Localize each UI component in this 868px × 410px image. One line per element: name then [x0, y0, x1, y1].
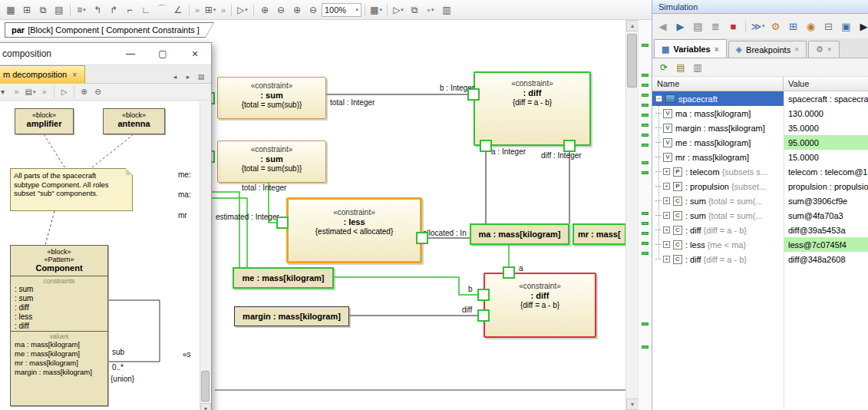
rectilinear-line-icon[interactable]: ⌐ [122, 2, 137, 17]
nav-forward-icon[interactable]: ▸ [183, 71, 193, 83]
constraint-item[interactable]: : less [11, 312, 107, 322]
table-row[interactable]: +C: diff{diff = a - b}diff@348a2608 [652, 252, 868, 266]
table-icon[interactable]: ⊞▾ [203, 2, 218, 17]
scrollbar-thumb[interactable] [627, 34, 637, 88]
row-name-cell[interactable]: Vmargin : mass[kilogram] [652, 121, 784, 135]
part-mr[interactable]: mr : mass[ [573, 223, 625, 245]
value-item[interactable]: margin : mass[kilogram] [11, 368, 107, 377]
row-name-cell[interactable]: +C: sum{total = sum(... [652, 193, 784, 208]
table-row[interactable]: +C: sum{total = sum(...sum@3906cf9e [652, 193, 868, 208]
part-me[interactable]: me : mass[kilogram] [233, 267, 334, 289]
table-row[interactable]: +P: propulsion{subset...propulsion : pro… [652, 179, 868, 193]
angle-line-icon[interactable]: ∠ [170, 2, 186, 17]
session-log-icon[interactable]: ≣ [708, 18, 724, 35]
validation-mark[interactable] [642, 104, 649, 107]
zoom-selection-icon[interactable]: ⊖ [305, 2, 321, 17]
table-row[interactable]: Vmargin : mass[kilogram]35.0000 [652, 121, 868, 135]
constraint-parameter-port[interactable] [477, 309, 490, 322]
constraint-parameter-port[interactable] [477, 289, 490, 301]
diagram-vertical-scrollbar[interactable]: ▲ ▼ [625, 20, 638, 410]
constraint-parameter-port[interactable] [480, 140, 492, 152]
run-icon[interactable]: ▷ [58, 85, 71, 98]
window-title-bar[interactable]: composition — ▢ × [0, 43, 211, 65]
validation-mark[interactable] [642, 252, 649, 255]
record-icon[interactable]: ◉ [803, 18, 819, 35]
step-forward-icon[interactable]: ▶ [672, 18, 688, 35]
row-value-cell[interactable]: sum@4fa70a3 [784, 208, 868, 223]
show-grid-lines-icon[interactable]: ▥ [439, 2, 454, 17]
maximize-icon[interactable]: ▢ [147, 43, 179, 65]
constraint-parameter-port[interactable] [503, 266, 515, 279]
tab-list-icon[interactable]: ▤ [196, 71, 206, 83]
constraint-block-sum-1[interactable]: «constraint» : sum {total = sum(sub)} [217, 77, 326, 119]
value-item[interactable]: mr : mass[kilogram] [11, 359, 107, 368]
row-value-cell[interactable]: 35.0000 [784, 121, 868, 135]
run-validation-icon[interactable]: ▷▾ [235, 2, 250, 17]
validation-mark[interactable] [642, 242, 649, 245]
table-row[interactable]: +C: diff{diff = a - b}diff@39a5453a [652, 223, 868, 237]
constraint-item[interactable]: : diff [11, 303, 107, 312]
column-header-value[interactable]: Value [784, 77, 868, 91]
validation-mark[interactable] [642, 161, 649, 164]
simulation-settings-icon[interactable]: ⚙ [767, 18, 784, 35]
row-name-cell[interactable]: Vme : mass[kilogram] [652, 135, 784, 150]
row-name-cell[interactable]: Vmr : mass[kilogram] [652, 150, 784, 164]
zoom-fit-icon[interactable]: ⊕ [289, 2, 305, 17]
validation-mark[interactable] [642, 44, 649, 47]
tab-breakpoints[interactable]: ◈ Breakpoints × [728, 41, 807, 58]
row-value-cell[interactable]: telecom : telecom@17... [784, 164, 868, 179]
value-item[interactable]: me : mass[kilogram] [11, 349, 107, 359]
table-row[interactable]: +P: telecom{subsets s...telecom : teleco… [652, 164, 868, 179]
row-name-cell[interactable]: +C: diff{diff = a - b} [652, 223, 784, 237]
row-value-cell[interactable]: 15.0000 [784, 150, 868, 164]
row-expander[interactable]: + [663, 241, 670, 248]
row-expander[interactable]: + [663, 168, 670, 175]
row-name-cell[interactable]: +C: less{me < ma} [652, 237, 784, 252]
new-element-icon[interactable]: ⊞ [19, 2, 35, 17]
row-name-cell[interactable]: +C: sum{total = sum(... [652, 208, 784, 223]
tab-variables[interactable]: ▦ Variables × [654, 39, 727, 58]
table-row[interactable]: +C: less{me < ma}less@7c0745f4 [652, 237, 868, 252]
options-icon[interactable]: ⊟ [820, 18, 837, 35]
row-expander[interactable]: + [663, 197, 670, 204]
row-expander[interactable]: − [655, 95, 662, 102]
part-margin[interactable]: margin : mass[kilogram] [234, 306, 349, 326]
row-value-cell[interactable]: diff@39a5453a [784, 223, 868, 237]
constraint-block-diff-bottom[interactable]: «constraint» : diff {diff = a - b} [484, 273, 596, 338]
close-tab-icon[interactable]: × [72, 71, 77, 79]
ui-mockup-icon[interactable]: ⊞ [785, 18, 801, 35]
validation-mark[interactable] [642, 74, 649, 77]
animation-speed-icon[interactable]: ≫▾ [750, 18, 766, 35]
nav-back-icon[interactable]: ◂ [170, 71, 180, 83]
table-row[interactable]: +C: sum{total = sum(...sum@4fa70a3 [652, 208, 868, 223]
row-expander[interactable]: + [663, 256, 670, 263]
line-style-icon[interactable]: ∟ [138, 2, 153, 17]
columns-icon[interactable]: ▥ [691, 61, 705, 74]
containment-tree-icon[interactable]: ≡▾ [74, 2, 89, 17]
row-expander[interactable]: + [663, 226, 670, 233]
row-value-cell[interactable]: 95.0000 [784, 135, 868, 150]
validation-mark[interactable] [642, 322, 649, 326]
row-name-cell[interactable]: Vma : mass[kilogram] [652, 106, 784, 121]
tab-decomposition[interactable]: m decomposition × [0, 65, 85, 83]
constraint-item[interactable]: : sum [11, 285, 107, 294]
compare-diagrams-icon[interactable]: ⧉ [407, 2, 422, 17]
constraint-item[interactable]: : sum [11, 294, 107, 303]
constraint-parameter-port[interactable] [563, 140, 576, 152]
diagram-frame-tab[interactable]: par [Block] Component [ Component Constr… [5, 22, 214, 38]
diagram-options-icon[interactable]: ▤▾ [24, 85, 37, 98]
validation-mark[interactable] [642, 134, 649, 137]
zoom-out-icon[interactable]: ⊖ [91, 85, 104, 98]
reroute-path-icon[interactable]: ↱ [106, 2, 121, 17]
column-header-name[interactable]: Name [652, 77, 784, 91]
row-expander[interactable]: + [663, 183, 670, 190]
validation-mark[interactable] [642, 222, 649, 225]
row-name-cell[interactable]: +C: diff{diff = a - b} [652, 252, 784, 266]
minimize-icon[interactable]: — [114, 43, 147, 65]
zoom-level-select[interactable]: 100%▾ [322, 3, 361, 17]
row-name-cell[interactable]: +P: propulsion{subset... [652, 179, 784, 193]
close-tab-icon[interactable]: × [715, 45, 719, 54]
constraint-block-less[interactable]: «constraint» : less {estimated < allocat… [286, 197, 422, 263]
row-name-cell[interactable]: −spacecraft [652, 91, 784, 106]
overflow-chevron-icon[interactable]: » [193, 2, 202, 17]
